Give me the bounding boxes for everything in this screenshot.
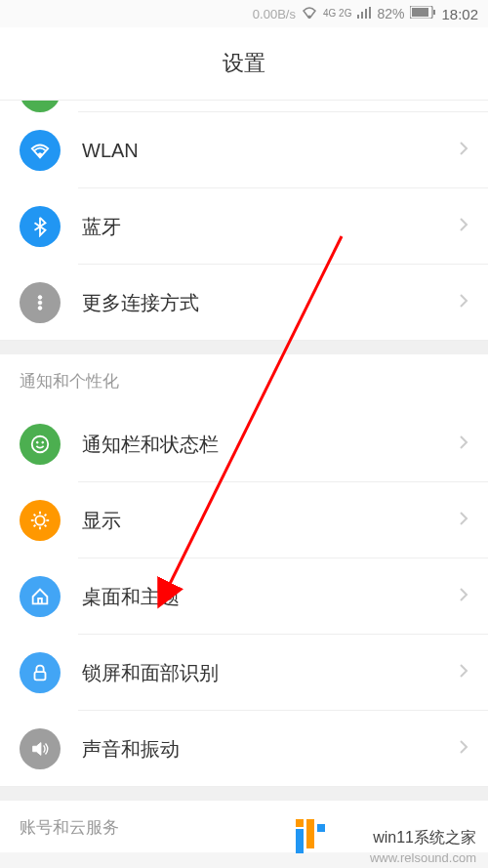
item-label: 通知栏和状态栏	[82, 432, 459, 458]
svg-point-10	[38, 301, 42, 305]
watermark-site: win11系统之家	[373, 828, 476, 848]
svg-rect-19	[296, 829, 304, 853]
svg-rect-18	[296, 819, 304, 827]
wifi-icon	[302, 6, 317, 21]
settings-item-desktop-theme[interactable]: 桌面和主题	[0, 558, 488, 635]
settings-item-display[interactable]: 显示	[0, 482, 488, 558]
item-label: 桌面和主题	[82, 584, 459, 610]
wlan-icon	[20, 130, 61, 171]
chevron-right-icon	[459, 511, 468, 531]
page-header: 设置	[0, 27, 488, 101]
lock-icon	[20, 652, 61, 693]
display-icon	[20, 500, 61, 541]
chevron-right-icon	[459, 587, 468, 607]
settings-item-notification-statusbar[interactable]: 通知栏和状态栏	[0, 406, 488, 482]
watermark-url: www.relsound.com	[370, 850, 476, 865]
svg-rect-7	[433, 10, 435, 15]
item-label: 蓝牙	[82, 214, 459, 240]
svg-point-0	[307, 16, 310, 19]
svg-rect-21	[317, 824, 325, 832]
chevron-right-icon	[459, 217, 468, 237]
chevron-right-icon	[459, 141, 468, 161]
signal-bars-icon	[357, 6, 371, 21]
settings-item-bluetooth[interactable]: 蓝牙	[0, 188, 488, 265]
svg-point-9	[38, 296, 42, 300]
chevron-right-icon	[459, 739, 468, 760]
section-header: 通知和个性化	[0, 354, 488, 406]
chevron-right-icon	[459, 663, 468, 683]
svg-rect-2	[361, 12, 363, 19]
bluetooth-icon	[20, 206, 61, 247]
section-connectivity: WLAN 蓝牙 更多连接方式	[0, 101, 488, 341]
section-notification-personalization: 通知和个性化 通知栏和状态栏 显示 桌面和主题 锁屏和面部识别	[0, 354, 488, 787]
truncated-icon	[20, 101, 61, 112]
svg-rect-3	[365, 9, 367, 19]
chevron-right-icon	[459, 434, 468, 455]
svg-rect-4	[369, 7, 371, 19]
item-label: 更多连接方式	[82, 290, 459, 316]
settings-item-truncated[interactable]	[0, 101, 488, 112]
item-label: 声音和振动	[82, 736, 459, 763]
settings-item-wlan[interactable]: WLAN	[0, 112, 488, 188]
settings-item-sound-vibration[interactable]: 声音和振动	[0, 711, 488, 787]
watermark-logo-icon	[293, 819, 327, 853]
settings-item-lockscreen-face[interactable]: 锁屏和面部识别	[0, 635, 488, 711]
svg-point-12	[32, 436, 49, 453]
settings-item-more-connections[interactable]: 更多连接方式	[0, 265, 488, 341]
svg-point-13	[36, 441, 38, 443]
status-bar: 0.00B/s 4G 2G 82% 18:02	[0, 0, 488, 27]
section-divider	[0, 787, 488, 801]
sound-icon	[20, 728, 61, 769]
section-divider	[0, 341, 488, 354]
svg-rect-6	[412, 8, 428, 17]
svg-point-14	[42, 441, 44, 443]
signal-icon: 4G 2G	[323, 9, 351, 19]
battery-percent: 82%	[377, 6, 404, 21]
item-label: 显示	[82, 508, 459, 534]
svg-point-11	[38, 307, 42, 310]
svg-rect-1	[357, 15, 359, 19]
svg-rect-16	[35, 672, 46, 680]
home-icon	[20, 576, 61, 617]
svg-rect-20	[306, 819, 314, 848]
notification-icon	[20, 424, 61, 465]
svg-point-8	[38, 153, 42, 157]
network-speed: 0.00B/s	[253, 7, 296, 21]
chevron-right-icon	[459, 293, 468, 313]
svg-point-15	[35, 516, 44, 524]
clock: 18:02	[441, 6, 478, 22]
battery-icon	[410, 6, 435, 21]
item-label: 锁屏和面部识别	[82, 660, 459, 686]
page-title: 设置	[223, 49, 265, 78]
item-label: WLAN	[82, 140, 459, 162]
more-icon	[20, 282, 61, 323]
